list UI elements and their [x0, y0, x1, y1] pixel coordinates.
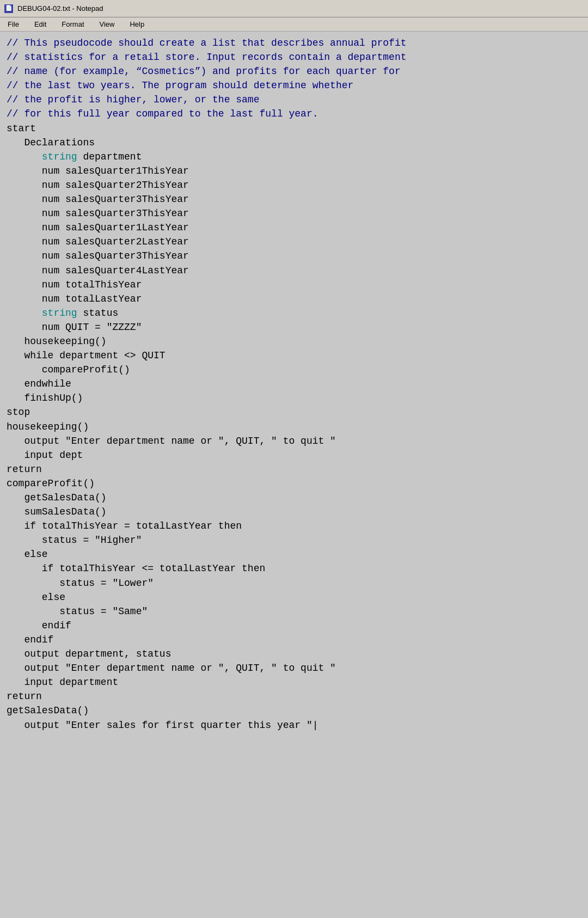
code-line: while department <> QUIT: [7, 348, 581, 363]
code-line: status = "Higher": [7, 533, 581, 547]
menu-view[interactable]: View: [96, 19, 118, 29]
code-line: num QUIT = "ZZZZ": [7, 320, 581, 334]
editor-area[interactable]: // This pseudocode should create a list …: [0, 32, 588, 918]
code-line: input department: [7, 675, 581, 689]
app-icon: 📄: [4, 4, 13, 13]
code-line: endif: [7, 633, 581, 647]
code-line: input dept: [7, 448, 581, 462]
code-line: num totalThisYear: [7, 278, 581, 292]
code-line: status = "Same": [7, 604, 581, 619]
window-title: DEBUG04-02.txt - Notepad: [17, 4, 103, 13]
code-line: if totalThisYear <= totalLastYear then: [7, 561, 581, 576]
code-line: status = "Lower": [7, 576, 581, 590]
code-line: num salesQuarter3ThisYear: [7, 249, 581, 263]
code-line: else: [7, 590, 581, 604]
code-line: num salesQuarter3ThisYear: [7, 206, 581, 221]
code-line: // This pseudocode should create a list …: [7, 36, 581, 50]
code-line: else: [7, 547, 581, 561]
code-line: sumSalesData(): [7, 505, 581, 519]
code-line: getSalesData(): [7, 491, 581, 505]
code-line: string department: [7, 150, 581, 164]
title-bar: 📄 DEBUG04-02.txt - Notepad: [0, 0, 588, 17]
code-line: num totalLastYear: [7, 292, 581, 306]
code-line: housekeeping(): [7, 334, 581, 348]
code-line: output "Enter department name or ", QUIT…: [7, 434, 581, 448]
menu-help[interactable]: Help: [126, 19, 148, 29]
code-line: return: [7, 462, 581, 476]
menu-file[interactable]: File: [4, 19, 22, 29]
code-line: output "Enter sales for first quarter th…: [7, 718, 581, 732]
menu-format[interactable]: Format: [58, 19, 87, 29]
code-line: output department, status: [7, 647, 581, 661]
code-line: // for this full year compared to the la…: [7, 107, 581, 121]
code-line: endif: [7, 619, 581, 633]
code-line: // the last two years. The program shoul…: [7, 78, 581, 93]
code-line: num salesQuarter1ThisYear: [7, 164, 581, 178]
code-line: getSalesData(): [7, 703, 581, 718]
code-line: num salesQuarter4LastYear: [7, 264, 581, 278]
code-line: // statistics for a retail store. Input …: [7, 50, 581, 64]
code-line: string status: [7, 306, 581, 320]
code-line: num salesQuarter2ThisYear: [7, 178, 581, 192]
menu-bar: File Edit Format View Help: [0, 17, 588, 32]
code-line: num salesQuarter3ThisYear: [7, 192, 581, 206]
code-line: if totalThisYear = totalLastYear then: [7, 519, 581, 533]
code-line: compareProfit(): [7, 363, 581, 377]
code-line: num salesQuarter2LastYear: [7, 235, 581, 249]
code-line: output "Enter department name or ", QUIT…: [7, 661, 581, 675]
menu-edit[interactable]: Edit: [31, 19, 50, 29]
notepad-window: 📄 DEBUG04-02.txt - Notepad File Edit For…: [0, 0, 588, 918]
code-line: num salesQuarter1LastYear: [7, 221, 581, 235]
code-line: compareProfit(): [7, 476, 581, 491]
code-line: endwhile: [7, 377, 581, 391]
code-line: Declarations: [7, 136, 581, 150]
code-line: start: [7, 121, 581, 136]
code-line: return: [7, 689, 581, 703]
code-line: // name (for example, “Cosmetics”) and p…: [7, 64, 581, 78]
code-line: finishUp(): [7, 391, 581, 405]
code-line: stop: [7, 405, 581, 419]
code-line: housekeeping(): [7, 420, 581, 434]
code-line: // the profit is higher, lower, or the s…: [7, 93, 581, 107]
